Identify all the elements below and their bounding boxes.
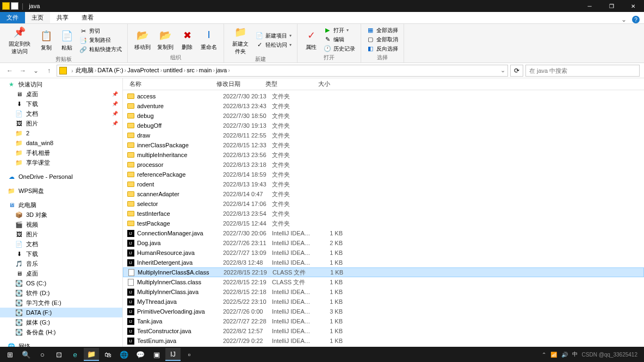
tray-ime-icon[interactable]: 中 [572, 351, 578, 358]
quick-access-icon[interactable] [11, 2, 18, 10]
system-tray[interactable]: ⌃ 📶 🔊 中 CSDN @qq_33625412 [542, 351, 642, 358]
invert-selection-button[interactable]: ◧反向选择 [366, 45, 399, 53]
new-folder-button[interactable]: 📁新建文件夹 [228, 24, 252, 57]
tab-share[interactable]: 共享 [50, 12, 75, 23]
tray-volume-icon[interactable]: 🔊 [561, 352, 568, 358]
sidebar-item[interactable]: 💽学习文件 (E:) [0, 298, 122, 308]
sidebar-item[interactable]: 📦3D 对象 [0, 210, 122, 220]
edit-button[interactable]: ✎编辑 [323, 35, 356, 44]
sidebar-item[interactable]: 💽OS (C:) [0, 278, 122, 288]
sidebar-item[interactable]: 💽DATA (F:) [0, 308, 122, 317]
rename-button[interactable]: I重命名 [199, 27, 219, 52]
nav-forward-button[interactable]: → [17, 65, 28, 76]
sidebar-item[interactable]: ⬇下载 [0, 249, 122, 259]
breadcrumb-item[interactable]: JavaProtect [127, 67, 159, 73]
sidebar-item[interactable]: 💽备份盘 (H:) [0, 327, 122, 337]
file-row[interactable]: IJPrimitiveOverloading.java2022/7/26 0:0… [123, 307, 644, 316]
sidebar-item[interactable]: 📁2 [0, 128, 122, 138]
breadcrumb-dropdown-icon[interactable]: ⌄ [500, 67, 505, 74]
tab-file[interactable]: 文件 [0, 12, 25, 23]
nav-recent-button[interactable]: ⌄ [30, 65, 41, 76]
tab-home[interactable]: 主页 [25, 12, 50, 23]
col-date[interactable]: 修改日期 [213, 78, 262, 90]
maximize-button[interactable]: ❐ [600, 0, 622, 12]
sidebar-item[interactable]: 💽软件 (D:) [0, 288, 122, 298]
file-row[interactable]: rodent2022/8/13 19:43文件夹 [123, 179, 644, 189]
col-name[interactable]: 名称 [126, 78, 213, 90]
col-type[interactable]: 类型 [262, 78, 301, 90]
breadcrumb-item[interactable]: 此电脑 [76, 67, 94, 73]
taskview-button[interactable]: ⊡ [51, 348, 66, 361]
easy-access-button[interactable]: ✓轻松访问 [255, 41, 293, 49]
refresh-button[interactable]: ⟳ [510, 65, 523, 77]
file-row[interactable]: scannerAdapter2022/8/14 0:47文件夹 [123, 189, 644, 199]
breadcrumb[interactable]: › 此电脑›DATA (F:)›JavaProtect›untitled›src… [57, 65, 508, 77]
file-row[interactable]: referencePackage2022/8/14 18:59文件夹 [123, 170, 644, 179]
file-row[interactable]: multipleInheritance2022/8/13 23:56文件夹 [123, 150, 644, 160]
sidebar-item[interactable]: 🖥桌面 [0, 269, 122, 278]
task-edge[interactable]: e [67, 348, 83, 361]
search-button[interactable]: 🔍 [18, 348, 34, 361]
cortana-button[interactable]: ○ [35, 348, 50, 361]
file-row[interactable]: IJTestEnum.java2022/7/29 0:22IntelliJ ID… [123, 336, 644, 346]
file-row[interactable]: IJTank.java2022/7/27 22:28IntelliJ IDEA … [123, 316, 644, 326]
sidebar-item[interactable]: 🖥桌面📌 [0, 89, 122, 99]
task-intellij[interactable]: IJ [165, 348, 181, 361]
tray-network-icon[interactable]: 📶 [550, 352, 557, 358]
file-row[interactable]: draw2022/8/11 22:55文件夹 [123, 130, 644, 140]
paste-button[interactable]: 📄 粘贴 [58, 28, 76, 53]
pin-quickaccess-button[interactable]: 📌 固定到快速访问 [4, 24, 35, 57]
sidebar-item[interactable]: 📄文档 [0, 239, 122, 249]
breadcrumb-item[interactable]: untitled [163, 67, 182, 73]
start-button[interactable]: ⊞ [2, 348, 17, 361]
sidebar-item[interactable]: 📁享学课堂 [0, 158, 122, 167]
move-to-button[interactable]: 📂移动到 [132, 27, 153, 52]
sidebar-item[interactable]: 📁手机相册 [0, 148, 122, 158]
file-row[interactable]: adventure2022/8/13 23:43文件夹 [123, 101, 644, 111]
file-row[interactable]: IJConnectionManager.java2022/7/30 20:06I… [123, 228, 644, 238]
paste-shortcut-button[interactable]: 🔗粘贴快捷方式 [78, 45, 123, 54]
copy-button[interactable]: 📋 复制 [37, 28, 55, 53]
file-row[interactable]: selector2022/8/14 17:06文件夹 [123, 199, 644, 209]
tab-view[interactable]: 查看 [75, 12, 100, 23]
breadcrumb-item[interactable]: main [199, 67, 212, 73]
file-row[interactable]: testInterface2022/8/13 23:54文件夹 [123, 209, 644, 219]
history-button[interactable]: 🕐历史记录 [323, 45, 356, 53]
select-all-button[interactable]: ▦全部选择 [366, 26, 399, 35]
minimize-button[interactable]: ─ [579, 0, 600, 12]
file-row[interactable]: MultiplyInnerClass$A.class2022/8/15 22:1… [123, 267, 644, 277]
sidebar-item[interactable]: 🎬视频 [0, 220, 122, 229]
ribbon-collapse-icon[interactable]: ⌄ [621, 16, 627, 23]
col-size[interactable]: 大小 [301, 78, 334, 90]
sidebar-onedrive[interactable]: ☁OneDrive - Personal [0, 172, 122, 182]
task-wechat[interactable]: 💬 [133, 348, 148, 361]
task-chrome[interactable]: 🌐 [116, 348, 132, 361]
sidebar-item[interactable]: 📁data_win8 [0, 138, 122, 148]
copy-path-button[interactable]: 📑复制路径 [78, 36, 123, 45]
cut-button[interactable]: ✂剪切 [78, 27, 123, 35]
task-store[interactable]: 🛍 [100, 348, 115, 361]
delete-button[interactable]: ✖删除 [178, 27, 196, 52]
open-button[interactable]: ▶打开 [323, 26, 356, 35]
sidebar-item[interactable]: 💽媒体 (G:) [0, 317, 122, 327]
file-row[interactable]: IJTestConstructor.java2022/8/2 12:57Inte… [123, 326, 644, 336]
tray-up-icon[interactable]: ⌃ [542, 352, 546, 358]
file-row[interactable]: IJMultiplyInnerClass.java2022/8/15 22:18… [123, 287, 644, 297]
task-app1[interactable]: ▣ [149, 348, 164, 361]
sidebar-quickaccess[interactable]: ★快速访问 [0, 79, 122, 89]
task-explorer[interactable]: 📁 [84, 348, 99, 361]
search-input[interactable] [525, 65, 640, 77]
nav-up-button[interactable]: ↑ [44, 65, 54, 76]
breadcrumb-item[interactable]: src [187, 67, 195, 73]
new-item-button[interactable]: 📄新建项目 [255, 32, 293, 40]
nav-back-button[interactable]: ← [4, 65, 15, 76]
file-row[interactable]: debug2022/7/30 18:50文件夹 [123, 111, 644, 121]
file-row[interactable]: processor2022/8/13 23:18文件夹 [123, 160, 644, 170]
file-row[interactable]: MultiplyInnerClass.class2022/8/15 22:19C… [123, 277, 644, 287]
breadcrumb-item[interactable]: DATA (F:) [97, 67, 123, 73]
sidebar-wps[interactable]: 📁WPS网盘 [0, 186, 122, 196]
sidebar-item[interactable]: 🎵音乐 [0, 259, 122, 269]
file-row[interactable]: IJMyThread.java2022/5/22 23:10IntelliJ I… [123, 297, 644, 307]
help-icon[interactable]: ? [632, 16, 640, 23]
file-row[interactable]: innerClassPackage2022/8/15 12:33文件夹 [123, 140, 644, 150]
